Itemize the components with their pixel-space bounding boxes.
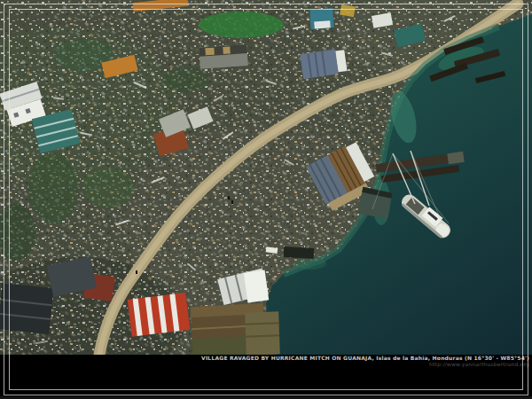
moored-barge bbox=[284, 246, 315, 259]
white-shore-roof bbox=[244, 270, 269, 302]
aerial-photo bbox=[0, 0, 532, 355]
photo-caption-block: VILLAGE RAVAGED BY HURRICANE MITCH ON GU… bbox=[201, 355, 529, 367]
dark-roof-building bbox=[0, 283, 54, 334]
photo-credit-url: http://www.yannarthusbertrand.org bbox=[201, 361, 529, 367]
red-white-striped-roof bbox=[128, 293, 191, 337]
stripped-gray-building bbox=[199, 44, 248, 69]
photo-caption: VILLAGE RAVAGED BY HURRICANE MITCH ON GU… bbox=[201, 355, 529, 361]
lawn-patch bbox=[199, 12, 284, 38]
pier-shed bbox=[245, 311, 280, 355]
wallpaper-canvas: VILLAGE RAVAGED BY HURRICANE MITCH ON GU… bbox=[0, 0, 532, 399]
